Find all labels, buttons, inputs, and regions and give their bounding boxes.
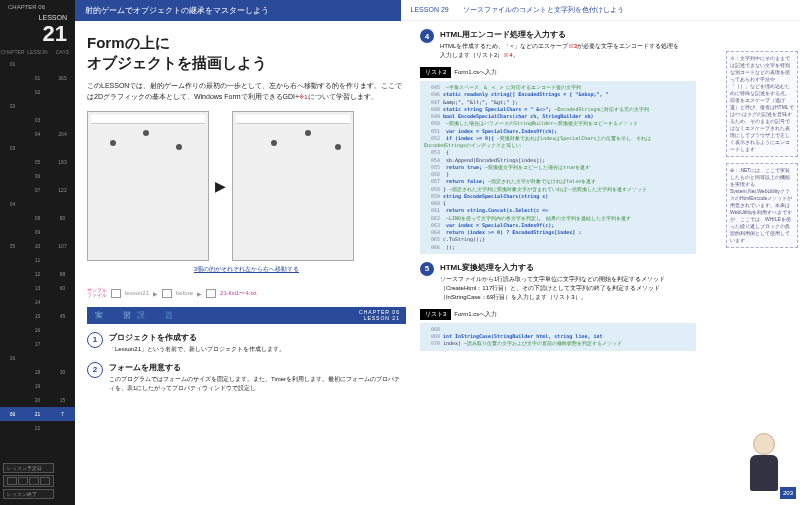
listing-tag: リスト2 [420, 67, 451, 78]
done-label: レッスン終了 [3, 489, 54, 499]
sample-files: サンプル ファイル lesson21▶ before▶ 21-list1〜4.t… [87, 288, 406, 299]
schedule-label: レッスン予定日 [3, 463, 54, 473]
chapter-label: CHAPTER 06 [0, 0, 75, 10]
step-title: HTML用エンコード処理を入力する [440, 29, 685, 40]
step-number: 4 [420, 29, 434, 43]
step-title: プロジェクトを作成する [109, 332, 285, 343]
step-number: 2 [87, 362, 103, 378]
folder-icon [162, 289, 172, 298]
step-title: HTML変換処理を入力する [440, 262, 685, 273]
mascot-avatar [744, 433, 784, 493]
practice-heading: 実 習課 題CHAPTER 06 LESSON 21 [87, 307, 406, 324]
step-number: 5 [420, 262, 434, 276]
footnote-4: ※：.NETには、ここで実装したものと同等以上の機能を実現するSystem.Ne… [726, 163, 798, 248]
arrow-icon: ▶ [215, 178, 226, 194]
step-number: 1 [87, 332, 103, 348]
chapter-title: 射的ゲームでオブジェクトの継承をマスターしよう [75, 0, 401, 21]
folder-icon [111, 289, 121, 298]
lesson-nav-sidebar: CHAPTER 06 LESSON 21 CHAPTERLESSONDAYS 0… [0, 0, 75, 505]
code-listing-3: 068069int InStringCase(StringBuilder htm… [420, 323, 696, 351]
screenshot-after [232, 111, 354, 261]
lesson-ref: LESSON 29 ソースファイルのコメントと文字列を色付けしよう [401, 0, 800, 21]
file-icon [206, 289, 216, 298]
page-number: 203 [780, 487, 796, 499]
intro-text: このLESSONでは、射的ゲーム作りの最初の一歩として、左から右へ移動する的を作… [87, 80, 406, 103]
code-listing-2: 045 —半角スペース、&、<、> に対応するエンコード後の文字列046stat… [420, 81, 696, 254]
lesson-number: 21 [0, 21, 75, 47]
figure-caption: 3個の的がそれぞれ左から右へ移動する [87, 265, 406, 274]
lesson-nav-list: 0101365020203042040305183060712204088009… [0, 57, 75, 435]
page-title: Formの上にオブジェクトを描画しよう [87, 33, 406, 72]
footnote-3: ※：文字列中にそのままでは記述できない文字を特別な別コードなどの表現を使ってあら… [726, 51, 798, 157]
step-title: フォームを用意する [109, 362, 406, 373]
screenshot-before [87, 111, 209, 261]
listing-tag: リスト3 [420, 309, 451, 320]
